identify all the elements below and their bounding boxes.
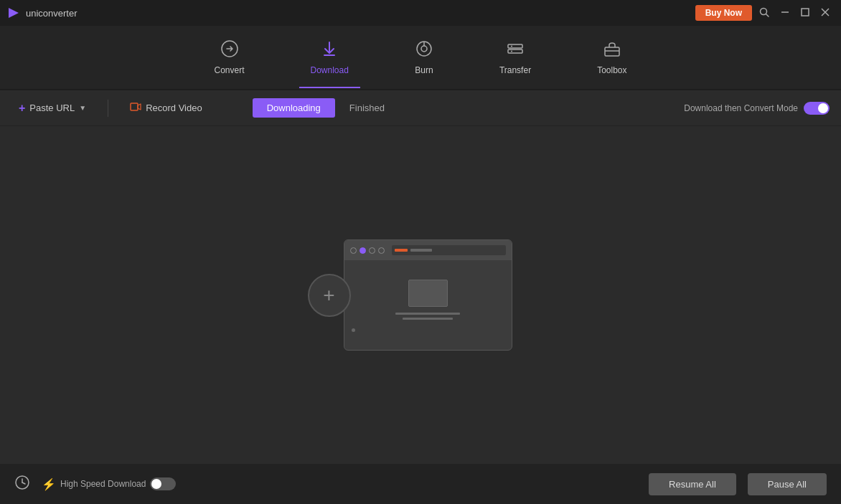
high-speed-toggle[interactable] <box>150 477 176 490</box>
transfer-icon <box>506 39 525 61</box>
browser-dot-4 <box>378 247 385 254</box>
svg-rect-18 <box>131 103 138 110</box>
browser-dot-small <box>352 328 355 332</box>
record-video-label: Record Video <box>146 103 202 113</box>
app-logo-icon <box>7 6 20 19</box>
svg-line-21 <box>22 482 25 484</box>
svg-marker-0 <box>9 8 19 18</box>
footer: ⚡ High Speed Download Resume All Pause A… <box>0 464 841 504</box>
svg-point-10 <box>421 46 427 52</box>
browser-titlebar <box>344 240 512 260</box>
browser-text-lines <box>395 313 460 320</box>
svg-rect-12 <box>508 44 522 48</box>
titlebar: uniconverter Buy Now <box>0 0 841 26</box>
toolbar: + Paste URL ▼ Record Video Downloading F… <box>0 90 841 126</box>
close-icon <box>821 8 830 16</box>
titlebar-left: uniconverter <box>7 6 77 19</box>
toolbox-icon <box>603 39 621 61</box>
toggle-section: Download then Convert Mode <box>684 102 830 115</box>
burn-label: Burn <box>415 65 433 75</box>
app-name: uniconverter <box>26 8 77 19</box>
paste-url-button[interactable]: + Paste URL ▼ <box>11 98 93 119</box>
svg-rect-13 <box>508 49 522 53</box>
search-icon-button[interactable] <box>755 4 774 22</box>
browser-dot-2 <box>360 247 366 254</box>
minimize-button[interactable] <box>776 5 794 21</box>
tab-finished[interactable]: Finished <box>335 98 399 118</box>
burn-icon <box>415 39 433 61</box>
nav-item-transfer[interactable]: Transfer <box>488 34 542 81</box>
add-download-button[interactable]: + <box>308 274 351 317</box>
browser-line-2 <box>403 318 453 320</box>
browser-dot-1 <box>350 247 357 254</box>
titlebar-right: Buy Now <box>695 4 834 22</box>
toolbox-label: Toolbox <box>597 65 626 75</box>
nav-item-burn[interactable]: Burn <box>403 34 445 81</box>
high-speed-label: High Speed Download <box>60 479 146 489</box>
paste-url-dropdown-icon: ▼ <box>79 104 86 112</box>
high-speed-section: ⚡ High Speed Download <box>42 477 176 491</box>
browser-dot-3 <box>369 247 375 254</box>
lightning-icon: ⚡ <box>42 477 56 491</box>
browser-thumbnail <box>408 280 448 307</box>
download-label: Download <box>311 65 349 75</box>
tab-downloading[interactable]: Downloading <box>253 98 335 118</box>
maximize-button[interactable] <box>797 5 814 21</box>
svg-rect-4 <box>802 9 809 16</box>
pause-all-button[interactable]: Pause All <box>748 473 827 495</box>
nav-item-download[interactable]: Download <box>299 34 360 81</box>
empty-state: + <box>329 239 512 351</box>
transfer-label: Transfer <box>499 65 531 75</box>
convert-icon <box>220 39 239 61</box>
toolbar-divider-1 <box>108 100 108 117</box>
nav-item-toolbox[interactable]: Toolbox <box>586 34 638 81</box>
minimize-icon <box>781 8 789 16</box>
browser-addressbar <box>392 245 506 255</box>
download-convert-toggle[interactable] <box>804 102 830 115</box>
nav-item-convert[interactable]: Convert <box>202 34 255 81</box>
download-convert-mode-label: Download then Convert Mode <box>684 103 798 113</box>
convert-label: Convert <box>214 65 244 75</box>
search-icon <box>759 7 769 17</box>
url-red-bar <box>395 249 408 252</box>
browser-line-1 <box>395 313 460 315</box>
svg-line-2 <box>766 14 769 17</box>
svg-rect-16 <box>605 47 619 56</box>
paste-url-label: Paste URL <box>29 103 75 113</box>
record-video-button[interactable]: Record Video <box>123 97 210 119</box>
url-gray-bar <box>410 249 432 252</box>
plus-icon: + <box>19 102 25 115</box>
resume-all-button[interactable]: Resume All <box>649 473 736 495</box>
browser-body <box>344 260 512 351</box>
maximize-icon <box>801 8 809 16</box>
navbar: Convert Download Burn <box>0 26 841 90</box>
close-button[interactable] <box>817 5 834 21</box>
main-content: + <box>0 126 841 464</box>
browser-illustration <box>344 239 512 351</box>
clock-icon <box>14 475 30 490</box>
record-icon <box>130 101 141 115</box>
download-icon <box>320 39 339 61</box>
buy-now-button[interactable]: Buy Now <box>695 5 752 21</box>
schedule-button[interactable] <box>14 475 30 494</box>
tabs-section: Downloading Finished <box>253 98 670 118</box>
